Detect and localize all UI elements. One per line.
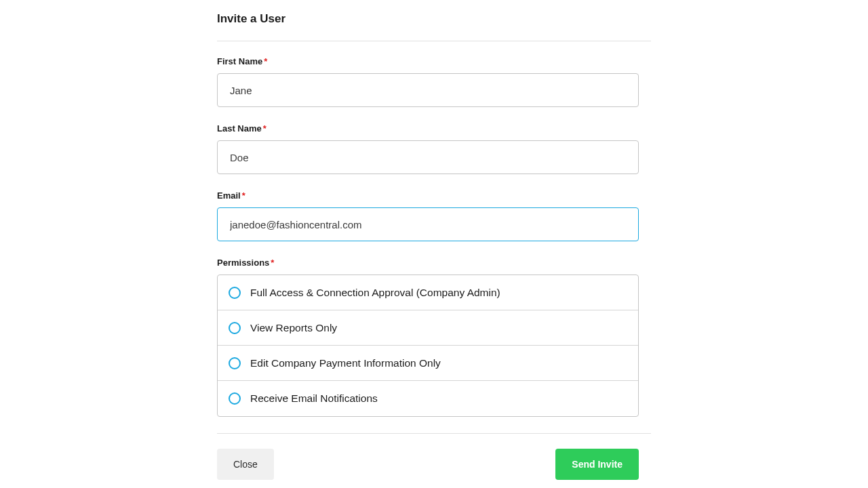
permissions-box: Full Access & Connection Approval (Compa… <box>217 274 639 417</box>
required-marker: * <box>271 258 274 268</box>
first-name-group: First Name* <box>217 56 651 107</box>
permission-label: Receive Email Notifications <box>250 392 378 405</box>
last-name-label: Last Name* <box>217 123 651 134</box>
permission-option-view-reports[interactable]: View Reports Only <box>218 310 638 346</box>
first-name-input[interactable] <box>217 73 639 107</box>
radio-icon <box>229 287 241 299</box>
email-input[interactable] <box>217 207 639 241</box>
permission-label: Edit Company Payment Information Only <box>250 357 441 369</box>
permission-label: Full Access & Connection Approval (Compa… <box>250 287 500 299</box>
first-name-label: First Name* <box>217 56 651 66</box>
permissions-label: Permissions* <box>217 258 651 268</box>
close-button[interactable]: Close <box>217 449 274 480</box>
invite-user-modal: Invite a User First Name* Last Name* Ema… <box>217 0 651 480</box>
footer-divider <box>217 433 651 434</box>
permission-option-full-access[interactable]: Full Access & Connection Approval (Compa… <box>218 275 638 310</box>
last-name-input[interactable] <box>217 140 639 174</box>
footer-actions: Close Send Invite <box>217 449 639 480</box>
required-marker: * <box>242 190 245 201</box>
required-marker: * <box>264 56 267 66</box>
modal-title: Invite a User <box>217 12 651 26</box>
required-marker: * <box>263 123 267 134</box>
email-group: Email* <box>217 190 651 241</box>
email-label: Email* <box>217 190 651 201</box>
permissions-group: Permissions* Full Access & Connection Ap… <box>217 258 651 417</box>
radio-icon <box>229 392 241 405</box>
permission-label: View Reports Only <box>250 322 337 334</box>
permission-option-edit-payment[interactable]: Edit Company Payment Information Only <box>218 346 638 381</box>
radio-icon <box>229 357 241 369</box>
permission-option-email-notifications[interactable]: Receive Email Notifications <box>218 381 638 416</box>
last-name-group: Last Name* <box>217 123 651 174</box>
send-invite-button[interactable]: Send Invite <box>555 449 639 480</box>
radio-icon <box>229 322 241 334</box>
header-divider <box>217 41 651 41</box>
